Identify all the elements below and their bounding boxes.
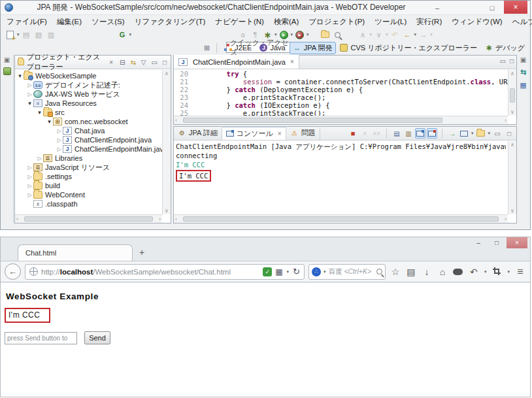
browser-minimize-button[interactable]: – bbox=[470, 237, 487, 248]
maximize-view-icon[interactable]: □ bbox=[163, 59, 167, 66]
run-external-tools-button[interactable]: ▸ bbox=[294, 29, 305, 41]
save-button[interactable]: ▤ bbox=[21, 29, 32, 41]
restore-pane-icon[interactable]: ▣ bbox=[4, 56, 10, 63]
editor-horizontal-scrollbar[interactable]: ‹ › bbox=[174, 116, 508, 124]
display-console-dropdown-icon[interactable]: ▾ bbox=[471, 131, 474, 136]
engine-dropdown-icon[interactable]: ▾ bbox=[324, 269, 326, 274]
tree-expand-arrow[interactable] bbox=[16, 73, 24, 79]
message-input[interactable] bbox=[5, 332, 77, 344]
perspective-debug[interactable]: ∗ デバッグ bbox=[481, 42, 529, 54]
menu-item[interactable]: プロジェクト(P) bbox=[308, 17, 365, 27]
open-console-button[interactable] bbox=[475, 128, 486, 139]
tab-console[interactable]: コンソール × bbox=[222, 126, 286, 140]
baidu-engine-icon[interactable]: ∴ bbox=[312, 267, 321, 276]
forward-dropdown-icon[interactable]: ▾ bbox=[430, 32, 433, 37]
scroll-right-icon[interactable]: › bbox=[159, 216, 161, 222]
tree-item[interactable]: WebSocketSample bbox=[15, 71, 162, 80]
last-edit-location-button[interactable]: ↶ bbox=[390, 29, 401, 41]
explorer-close-icon[interactable]: × bbox=[109, 59, 113, 66]
tree-expand-arrow[interactable] bbox=[56, 128, 63, 134]
console-vertical-scrollbar[interactable]: ∧ ∨ bbox=[508, 141, 516, 214]
bookmarks-panel-icon[interactable]: ▤ bbox=[405, 267, 417, 277]
tree-expand-arrow[interactable] bbox=[26, 82, 33, 88]
scroll-left-icon[interactable]: ‹ bbox=[16, 216, 18, 222]
scroll-down-icon[interactable]: ∨ bbox=[508, 208, 516, 214]
collapse-all-icon[interactable]: ⊟ bbox=[120, 59, 125, 66]
perspective-j2ee[interactable]: J2EE bbox=[220, 42, 256, 53]
minimized-view-icon[interactable] bbox=[3, 67, 11, 75]
tree-item[interactable]: .settings bbox=[15, 172, 162, 181]
external-tools-dropdown-icon[interactable]: ▾ bbox=[307, 32, 309, 37]
editor-tab-close-icon[interactable]: × bbox=[290, 58, 294, 65]
tree-item[interactable]: Chat.java bbox=[15, 126, 162, 135]
undo-closed-tab-icon[interactable]: ↶ bbox=[468, 267, 480, 277]
tree-expand-arrow[interactable] bbox=[26, 165, 33, 171]
tree-item[interactable]: ChatClientEndpoint.java bbox=[15, 135, 162, 144]
tab-jpa-details[interactable]: ⚙ JPA 詳細 bbox=[174, 126, 222, 140]
browser-back-button[interactable]: ← bbox=[5, 263, 21, 280]
pin-console-button[interactable]: → bbox=[447, 128, 457, 139]
clear-console-button[interactable]: ▤ bbox=[391, 128, 402, 139]
synchronize-view-icon[interactable]: ⇆ bbox=[520, 68, 526, 76]
scroll-left-icon[interactable]: ‹ bbox=[175, 117, 177, 124]
qr-addon-icon[interactable]: ▦ bbox=[275, 267, 282, 276]
outline-view-icon[interactable]: ▦ bbox=[520, 81, 526, 90]
url-bar[interactable]: http://localhost/WebSocketSample/websock… bbox=[25, 264, 305, 280]
console-output[interactable]: ChatClientEndpointMain [Java アプリケーション] C… bbox=[174, 141, 508, 214]
editor-vertical-scrollbar[interactable]: ∧ ∨ bbox=[508, 70, 516, 116]
tree-expand-arrow[interactable] bbox=[56, 146, 63, 152]
show-console-on-stderr-toggle[interactable] bbox=[427, 128, 437, 139]
save-all-button[interactable]: ▧ bbox=[33, 29, 44, 41]
tree-expand-arrow[interactable] bbox=[26, 192, 33, 198]
menu-item[interactable]: ツール(L) bbox=[374, 17, 407, 27]
screenshot-crop-icon[interactable] bbox=[491, 267, 503, 277]
explorer-horizontal-scrollbar[interactable]: ‹ › bbox=[15, 214, 162, 223]
tree-expand-arrow[interactable] bbox=[26, 91, 33, 97]
tree-item[interactable]: Java Resources bbox=[15, 99, 162, 108]
tree-item[interactable]: .classpath bbox=[15, 199, 162, 208]
downloads-icon[interactable]: ↓ bbox=[421, 267, 433, 277]
perspective-jpa[interactable]: ↔ JPA 開発 bbox=[290, 42, 337, 54]
editor-minimize-icon[interactable]: ▭ bbox=[500, 58, 506, 65]
tree-expand-arrow[interactable] bbox=[46, 118, 53, 125]
next-annotation-dropdown-icon[interactable]: ▾ bbox=[386, 32, 388, 37]
menu-item[interactable]: ソース(S) bbox=[91, 17, 124, 27]
restore-pane-icon[interactable]: ▣ bbox=[520, 56, 526, 63]
editor-tab-active[interactable]: ChatClientEndpointMain.java × bbox=[174, 55, 299, 69]
open-console-dropdown-icon[interactable]: ▾ bbox=[488, 131, 490, 136]
next-annotation-button[interactable]: ∨ bbox=[373, 29, 384, 41]
url-text[interactable]: http://localhost/WebSocketSample/websock… bbox=[41, 268, 259, 276]
menu-item[interactable]: 実行(R) bbox=[416, 17, 442, 27]
view-menu-icon[interactable]: ▽ bbox=[141, 59, 146, 66]
tree-item[interactable]: JavaScript リソース bbox=[15, 163, 162, 172]
open-perspective-button[interactable]: ⊞ bbox=[201, 42, 212, 54]
bookmark-star-icon[interactable]: ☆ bbox=[390, 267, 401, 277]
tree-item[interactable]: WebContent bbox=[15, 190, 162, 199]
new-wizard-dropdown-icon[interactable]: ▾ bbox=[17, 32, 20, 37]
print-button[interactable]: ▥ bbox=[46, 29, 57, 41]
url-dropdown-icon[interactable]: ▾ bbox=[287, 269, 290, 274]
console-tab-close-icon[interactable]: × bbox=[278, 130, 282, 137]
tree-expand-arrow[interactable] bbox=[36, 109, 43, 116]
console-minimize-icon[interactable]: ▭ bbox=[492, 128, 503, 139]
tab-problems[interactable]: ⚠ 問題 bbox=[286, 126, 320, 140]
previous-annotation-dropdown-icon[interactable]: ▾ bbox=[370, 32, 373, 37]
scroll-right-icon[interactable]: › bbox=[505, 117, 507, 124]
back-button[interactable]: ← bbox=[402, 29, 413, 41]
scroll-lock-button[interactable]: ▥ bbox=[403, 128, 414, 139]
menu-item[interactable]: ナビゲート(N) bbox=[215, 17, 264, 27]
tree-expand-arrow[interactable] bbox=[26, 100, 33, 107]
perspective-java[interactable]: J Java bbox=[256, 42, 289, 53]
show-console-on-stdout-toggle[interactable] bbox=[415, 128, 425, 139]
publish-dropdown-icon[interactable]: ▾ bbox=[129, 32, 132, 37]
scroll-right-icon[interactable]: › bbox=[505, 216, 507, 222]
console-maximize-icon[interactable]: □ bbox=[504, 128, 514, 139]
hamburger-menu-icon[interactable]: ≡ bbox=[514, 266, 526, 278]
publish-button[interactable]: G bbox=[117, 29, 128, 41]
display-selected-console-button[interactable] bbox=[459, 128, 469, 139]
editor-maximize-icon[interactable]: □ bbox=[510, 58, 514, 65]
menu-item[interactable]: ヘルプ(H) bbox=[512, 17, 532, 27]
scroll-up-icon[interactable]: ∧ bbox=[163, 71, 171, 76]
code-editor[interactable]: 20 try { 21 session = container.connectT… bbox=[174, 70, 508, 116]
tree-item[interactable]: ChatClientEndpointMain.jav bbox=[15, 144, 162, 154]
